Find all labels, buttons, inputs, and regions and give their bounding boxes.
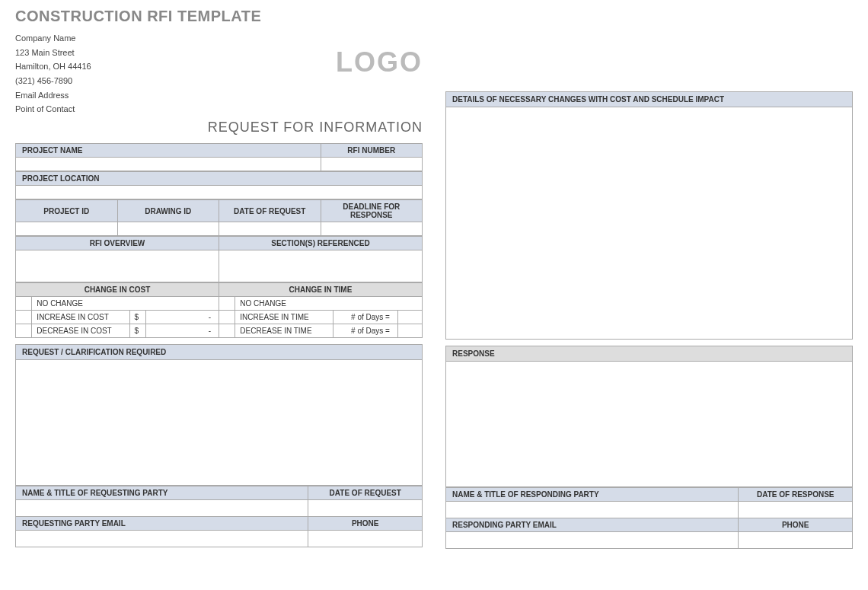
time-decrease-label: DECREASE IN TIME — [235, 324, 333, 338]
requesting-name-header: NAME & TITLE OF REQUESTING PARTY — [16, 486, 308, 500]
responding-phone-header: PHONE — [739, 518, 853, 532]
project-id-field[interactable] — [16, 222, 118, 236]
responding-name-field[interactable] — [446, 502, 739, 518]
project-location-field[interactable] — [16, 186, 423, 199]
company-city: Hamilton, OH 44416 — [15, 59, 91, 74]
responding-date-field[interactable] — [739, 502, 853, 518]
response-header: RESPONSE — [445, 346, 853, 362]
responding-name-header: NAME & TITLE OF RESPONDING PARTY — [446, 488, 739, 502]
date-request-field[interactable] — [219, 222, 321, 236]
responding-phone-field[interactable] — [739, 532, 853, 549]
rfi-overview-header: RFI OVERVIEW — [16, 237, 219, 250]
company-street: 123 Main Street — [15, 46, 91, 60]
time-increase-value[interactable] — [397, 311, 422, 324]
company-email: Email Address — [15, 88, 91, 103]
company-contact: Point of Contact — [15, 102, 91, 116]
rfi-overview-field[interactable] — [16, 250, 219, 282]
requesting-phone-field[interactable] — [308, 531, 423, 547]
drawing-id-header: DRAWING ID — [117, 200, 219, 222]
time-decrease-days-label: # of Days = — [333, 324, 397, 338]
project-name-table: PROJECT NAME RFI NUMBER — [15, 143, 423, 171]
cost-decrease-value[interactable]: - — [145, 324, 219, 338]
requesting-phone-header: PHONE — [308, 517, 423, 531]
project-location-header: PROJECT LOCATION — [16, 172, 423, 186]
requesting-name-field[interactable] — [16, 500, 308, 517]
company-phone: (321) 456-7890 — [15, 74, 91, 88]
rfi-number-field[interactable] — [321, 158, 423, 171]
time-nochange-checkbox[interactable] — [219, 297, 235, 311]
request-clarification-field[interactable] — [15, 360, 423, 486]
company-name: Company Name — [15, 31, 91, 46]
id-dates-table: PROJECT ID DRAWING ID DATE OF REQUEST DE… — [15, 199, 423, 236]
responding-party-table: NAME & TITLE OF RESPONDING PARTY DATE OF… — [445, 487, 853, 549]
project-id-header: PROJECT ID — [16, 200, 118, 222]
cost-increase-value[interactable]: - — [145, 311, 219, 324]
responding-date-header: DATE OF RESPONSE — [739, 488, 853, 502]
requesting-email-header: REQUESTING PARTY EMAIL — [16, 517, 308, 531]
time-increase-days-label: # of Days = — [333, 311, 397, 324]
requesting-date-header: DATE OF REQUEST — [308, 486, 423, 500]
request-clarification-header: REQUEST / CLARIFICATION REQUIRED — [15, 344, 423, 360]
cost-decrease-checkbox[interactable] — [16, 324, 32, 338]
change-cost-header: CHANGE IN COST — [16, 283, 219, 297]
time-nochange-label: NO CHANGE — [235, 297, 423, 311]
cost-nochange-checkbox[interactable] — [16, 297, 32, 311]
time-increase-label: INCREASE IN TIME — [235, 311, 333, 324]
sections-ref-field[interactable] — [219, 250, 423, 282]
overview-sections-table: RFI OVERVIEW SECTION(S) REFERENCED — [15, 236, 423, 282]
rfi-heading: REQUEST FOR INFORMATION — [15, 120, 423, 136]
cost-increase-symbol: $ — [129, 311, 145, 324]
project-name-field[interactable] — [16, 158, 321, 171]
cost-increase-label: INCREASE IN COST — [32, 311, 129, 324]
time-decrease-checkbox[interactable] — [219, 324, 235, 338]
responding-email-header: RESPONDING PARTY EMAIL — [446, 518, 739, 532]
company-info: Company Name 123 Main Street Hamilton, O… — [15, 31, 91, 116]
cost-increase-checkbox[interactable] — [16, 311, 32, 324]
responding-email-field[interactable] — [446, 532, 739, 549]
requesting-date-field[interactable] — [308, 500, 423, 517]
cost-decrease-symbol: $ — [129, 324, 145, 338]
cost-nochange-label: NO CHANGE — [32, 297, 219, 311]
project-location-table: PROJECT LOCATION — [15, 171, 423, 199]
requesting-email-field[interactable] — [16, 531, 308, 547]
deadline-field[interactable] — [321, 222, 423, 236]
requesting-party-table: NAME & TITLE OF REQUESTING PARTY DATE OF… — [15, 486, 423, 547]
details-changes-field[interactable] — [445, 107, 853, 340]
time-increase-checkbox[interactable] — [219, 311, 235, 324]
change-time-header: CHANGE IN TIME — [219, 283, 422, 297]
drawing-id-field[interactable] — [117, 222, 219, 236]
date-request-header: DATE OF REQUEST — [219, 200, 321, 222]
logo-placeholder: LOGO — [336, 46, 423, 78]
details-changes-header: DETAILS OF NECESSARY CHANGES WITH COST A… — [445, 91, 853, 107]
deadline-header: DEADLINE FOR RESPONSE — [321, 200, 423, 222]
changes-table: CHANGE IN COST CHANGE IN TIME NO CHANGE … — [15, 282, 423, 338]
rfi-number-header: RFI NUMBER — [321, 144, 423, 158]
project-name-header: PROJECT NAME — [16, 144, 321, 158]
cost-decrease-label: DECREASE IN COST — [32, 324, 129, 338]
time-decrease-value[interactable] — [397, 324, 422, 338]
response-field[interactable] — [445, 362, 853, 487]
sections-ref-header: SECTION(S) REFERENCED — [219, 237, 423, 250]
doc-title: CONSTRUCTION RFI TEMPLATE — [15, 8, 423, 25]
